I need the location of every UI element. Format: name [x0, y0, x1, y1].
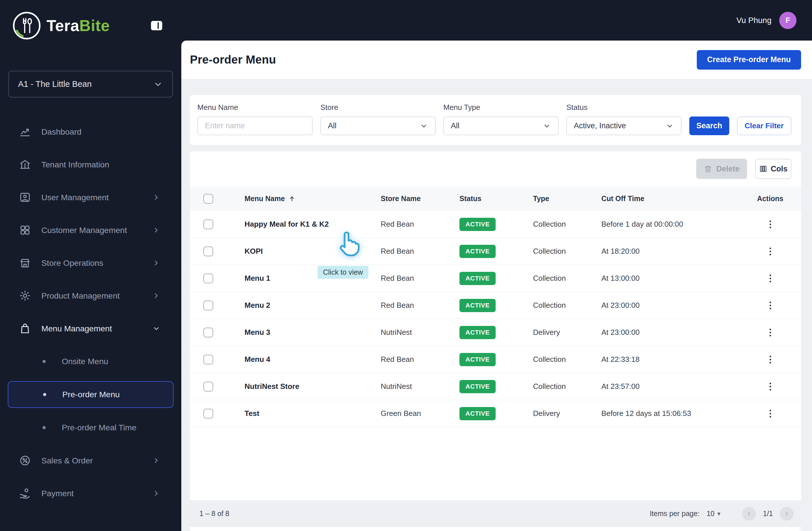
row-actions-kebab-icon[interactable]: [765, 408, 776, 419]
sidebar-subitem-pre-order-menu[interactable]: Pre-order Menu: [8, 381, 174, 408]
items-per-page-label: Items per page:: [650, 509, 700, 518]
table-row[interactable]: Menu 1 Red Bean ACTIVE Collection At 13:…: [190, 265, 801, 292]
sidebar-item-store-operations[interactable]: Store Operations: [0, 247, 181, 279]
column-header-menu-name[interactable]: Menu Name: [245, 194, 381, 203]
chevron-down-icon: [153, 79, 163, 89]
terabite-logo-icon: [12, 10, 42, 41]
create-preorder-menu-button[interactable]: Create Pre-order Menu: [697, 50, 801, 70]
chevron-right-icon: [152, 291, 161, 300]
row-checkbox[interactable]: [203, 301, 213, 310]
store-name-cell: Red Bean: [381, 274, 460, 283]
row-checkbox[interactable]: [203, 327, 213, 337]
menu-name-cell[interactable]: NutriNest Store: [245, 382, 381, 391]
avatar[interactable]: F: [779, 12, 797, 29]
row-actions-kebab-icon[interactable]: [765, 273, 776, 284]
row-actions-kebab-icon[interactable]: [765, 381, 776, 392]
store-name-cell: Red Bean: [381, 220, 460, 229]
table-row[interactable]: Test Green Bean ACTIVE Delivery Before 1…: [190, 400, 801, 427]
menu-name-cell[interactable]: Menu 3: [245, 328, 381, 337]
chevron-left-icon: [745, 510, 753, 517]
trash-icon: [704, 165, 712, 173]
table-row[interactable]: NutriNest Store NutriNest ACTIVE Collect…: [190, 373, 801, 400]
grid-icon: [19, 224, 31, 236]
store-selector[interactable]: A1 - The Little Bean: [8, 71, 173, 98]
menu-name-cell[interactable]: Menu 1: [245, 274, 381, 283]
row-checkbox[interactable]: [203, 247, 213, 256]
sidebar-subitem-pre-order-meal-time[interactable]: Pre-order Meal Time: [0, 411, 181, 444]
menu-name-cell[interactable]: Menu 2: [245, 301, 381, 310]
table-row[interactable]: Menu 4 Red Bean ACTIVE Collection At 22:…: [190, 346, 801, 373]
cutoff-time-cell: Before 1 day at 00:00:00: [601, 220, 739, 229]
sidebar-item-menu-management[interactable]: Menu Management: [0, 312, 181, 345]
user-icon: [19, 191, 31, 204]
sidebar-item-user-management[interactable]: User Management: [0, 181, 181, 214]
status-label: Status: [566, 103, 682, 112]
search-button[interactable]: Search: [689, 116, 729, 135]
items-per-page-select[interactable]: 10 ▾: [707, 509, 720, 518]
row-checkbox[interactable]: [203, 409, 213, 419]
menu-type-filter-select[interactable]: All: [443, 116, 559, 135]
table-row[interactable]: Happy Meal for K1 & K2 Red Bean ACTIVE C…: [190, 211, 801, 238]
status-badge: ACTIVE: [460, 353, 496, 366]
filter-card: Menu Name Store All Menu Type All Status: [190, 95, 801, 145]
menu-name-cell[interactable]: Menu 4: [245, 355, 381, 364]
store-filter-select[interactable]: All: [320, 116, 436, 135]
sidebar-item-payment[interactable]: Payment: [0, 477, 181, 510]
sidebar-toggle-icon[interactable]: [149, 18, 164, 33]
sort-ascending-icon: [288, 195, 296, 202]
cutoff-time-cell: At 23:00:00: [601, 328, 739, 337]
prev-page-button[interactable]: [742, 507, 756, 521]
store-icon: [19, 257, 31, 269]
sidebar: TeraBite A1 - The Little Bean Dashboard …: [0, 0, 181, 531]
menu-name-cell[interactable]: KOPI: [245, 247, 381, 256]
table-row[interactable]: Menu 2 Red Bean ACTIVE Collection At 23:…: [190, 292, 801, 319]
status-badge: ACTIVE: [460, 407, 496, 420]
chevron-right-icon: [152, 456, 161, 465]
sidebar-item-customer-management[interactable]: Customer Management: [0, 214, 181, 247]
next-page-button[interactable]: [780, 507, 794, 521]
cols-button[interactable]: Cols: [755, 159, 791, 179]
row-actions-kebab-icon[interactable]: [765, 354, 776, 365]
row-actions-kebab-icon[interactable]: [765, 300, 776, 311]
menu-name-cell[interactable]: Happy Meal for K1 & K2: [245, 220, 381, 229]
brand-name-tera: Tera: [46, 17, 79, 34]
page-indicator: 1/1: [763, 509, 773, 518]
row-actions-kebab-icon[interactable]: [765, 246, 776, 257]
table-row[interactable]: KOPI Red Bean ACTIVE Collection At 18:20…: [190, 238, 801, 265]
row-actions-kebab-icon[interactable]: [765, 219, 776, 230]
column-header-store-name[interactable]: Store Name: [381, 194, 460, 203]
menu-name-input[interactable]: [198, 116, 313, 135]
table-row[interactable]: Menu 3 NutriNest ACTIVE Delivery At 23:0…: [190, 319, 801, 346]
cutoff-time-cell: Before 12 days at 15:06:53: [601, 409, 739, 418]
sidebar-item-product-management[interactable]: Product Management: [0, 279, 181, 312]
column-header-status[interactable]: Status: [460, 194, 533, 203]
delete-button[interactable]: Delete: [696, 159, 747, 179]
store-name-cell: Red Bean: [381, 301, 460, 310]
columns-icon: [759, 165, 767, 173]
user-menu[interactable]: Vu Phung F: [737, 12, 797, 29]
gear-icon: [19, 290, 31, 302]
type-cell: Delivery: [533, 409, 601, 418]
row-checkbox[interactable]: [203, 382, 213, 391]
sidebar-subitem-onsite-menu[interactable]: Onsite Menu: [0, 345, 181, 378]
store-label: Store: [320, 103, 436, 112]
sidebar-item-sales-order[interactable]: Sales & Order: [0, 444, 181, 477]
column-header-cutoff-time[interactable]: Cut Off Time: [601, 194, 739, 203]
sidebar-item-dashboard[interactable]: Dashboard: [0, 115, 181, 148]
status-filter-select[interactable]: Active, Inactive: [566, 116, 682, 135]
row-checkbox[interactable]: [203, 274, 213, 283]
table-header-row: Menu Name Store Name Status Type Cut Off…: [190, 186, 801, 211]
store-field: Store All: [320, 103, 436, 135]
menu-name-cell[interactable]: Test: [245, 409, 381, 418]
table-card: Delete Cols Menu Name Store Name Status …: [190, 151, 801, 531]
row-actions-kebab-icon[interactable]: [765, 327, 776, 338]
store-name-cell: Green Bean: [381, 409, 460, 418]
row-checkbox[interactable]: [203, 355, 213, 364]
payment-icon: [19, 487, 31, 499]
main-content: Pre-order Menu Create Pre-order Menu Men…: [181, 41, 812, 531]
sidebar-item-tenant-information[interactable]: Tenant Information: [0, 148, 181, 181]
select-all-checkbox[interactable]: [203, 194, 213, 204]
row-checkbox[interactable]: [203, 220, 213, 229]
clear-filter-button[interactable]: Clear Filter: [737, 116, 791, 135]
column-header-type[interactable]: Type: [533, 194, 601, 203]
